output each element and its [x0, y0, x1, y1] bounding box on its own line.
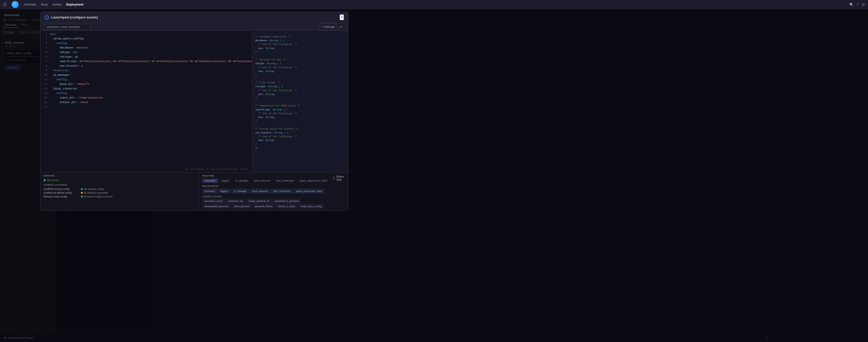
- resource-tag-execution[interactable]: execution: [203, 189, 217, 193]
- hamburger-icon[interactable]: ☰: [3, 2, 6, 7]
- runtime-tab-pipes_subprocess_client[interactable]: pipes_subprocess_client: [297, 178, 330, 183]
- cpid-accession_ids[interactable]: accession_ids: [226, 199, 246, 203]
- edit-tags-button[interactable]: ✏ Edit tags: [320, 23, 337, 31]
- status-ok-icon: [81, 188, 83, 190]
- schema-content: /* Database identifier */ database: Stri…: [255, 35, 345, 150]
- top-nav: ☰ Overview Runs Assets Deployment 🔍 ? ⚙: [0, 0, 868, 9]
- config-row-2: Scaffold all default config All defaults…: [44, 192, 196, 194]
- cpid-downloaded_genomes[interactable]: downloaded_genomes: [203, 204, 231, 208]
- asset-tab-input[interactable]: [45, 24, 90, 30]
- config-row-1: Scaffold missing config No missing confi…: [44, 188, 196, 191]
- code-editor[interactable]: 1 ops: 2 setup_query_config: 3 config: 4: [41, 31, 252, 172]
- assets-cpid-tags: accession_count accession_ids create_gen…: [203, 199, 330, 208]
- config-row-3-status: No extra config to remove: [81, 195, 113, 198]
- code-line-11: 11 config:: [41, 77, 252, 82]
- cpid-create_genbank_df[interactable]: create_genbank_df: [246, 199, 271, 203]
- code-line-15: 15 input_dir: /temp/sequences: [41, 95, 252, 100]
- cpid-download_to_genbank[interactable]: download_to_genbank: [273, 199, 301, 203]
- errors-left: ERRORS No errors CONFIG ACTIONS: Scaffol…: [41, 172, 199, 210]
- config-row-1-label: Scaffold missing config: [44, 188, 79, 191]
- resource-tag-io_manager[interactable]: io_manager: [231, 189, 249, 193]
- config-row-3: Remove extra config No extra config to r…: [44, 195, 196, 198]
- modal-tab-bar: ✏ Edit tags ⤢: [41, 23, 348, 31]
- config-row-3-label: Remove extra config: [44, 195, 79, 198]
- code-line-5: 5 idtype: acc: [41, 50, 252, 55]
- code-line-2: 2 setup_query_config:: [41, 36, 252, 41]
- help-icon[interactable]: ?: [857, 2, 859, 6]
- expand-button[interactable]: ⤢: [338, 23, 344, 31]
- edit-tags-label: Edit tags: [325, 26, 335, 28]
- code-line-14: 14 config:: [41, 91, 252, 95]
- resource-tags: execution loggers io_manager local_resou…: [203, 189, 330, 193]
- code-line-3: 3 config:: [41, 41, 252, 46]
- search-icon[interactable]: 🔍: [849, 2, 854, 6]
- no-errors: No errors: [44, 178, 196, 181]
- runtime-tab-loggers[interactable]: loggers: [219, 178, 232, 183]
- nav-right: 🔍 ? ⚙: [849, 2, 865, 6]
- modal-overlay: Launchpad (configure assets) ✕ ✏ Edit ta…: [0, 9, 868, 342]
- resource-tag-ncbi_connection[interactable]: ncbi_connection: [271, 189, 293, 193]
- cpid-setup_query_config[interactable]: setup_query_config: [298, 204, 324, 208]
- code-line-10: 10 io_manager:: [41, 73, 252, 77]
- nav-assets[interactable]: Assets: [53, 3, 62, 6]
- launchpad-modal: Launchpad (configure assets) ✕ ✏ Edit ta…: [40, 11, 348, 211]
- errors-only-label: Errors only: [336, 175, 345, 181]
- bottom-panel: ERRORS No errors CONFIG ACTIONS: Scaffol…: [41, 172, 348, 210]
- schema-panel: /* Database identifier */ database: Stri…: [252, 31, 348, 172]
- resources-label: RESOURCES: [203, 185, 330, 188]
- assets-cpid-label: ASSETS (CPID): [203, 195, 330, 198]
- modal-title: Launchpad (configure assets): [51, 16, 98, 19]
- config-row-1-status: No missing config: [81, 188, 104, 191]
- code-line-4: 4 database: nuccore: [41, 46, 252, 50]
- runtime-tab-execution[interactable]: execution: [203, 178, 218, 183]
- modal-icon: [45, 16, 49, 20]
- resource-tag-local_resource[interactable]: local_resource: [250, 189, 270, 193]
- nav-items: Overview Runs Assets Deployment: [24, 3, 84, 6]
- cpid-accession_count[interactable]: accession_count: [203, 199, 225, 203]
- runtime-tabs: execution loggers io_manager local_resou…: [203, 178, 330, 183]
- config-actions: CONFIG ACTIONS: Scaffold missing config …: [44, 183, 196, 198]
- config-actions-label: CONFIG ACTIONS:: [44, 183, 196, 186]
- runtime-section: RUNTIME execution loggers io_manager loc…: [199, 172, 348, 210]
- runtime-tab-io_manager[interactable]: io_manager: [232, 178, 251, 183]
- pencil-icon: ✏: [322, 26, 324, 28]
- code-line-9: 9 resources:: [41, 68, 252, 73]
- errors-section: ERRORS No errors CONFIG ACTIONS: Scaffol…: [41, 172, 348, 210]
- nav-deployment[interactable]: Deployment: [66, 3, 84, 6]
- app-logo: [11, 1, 19, 8]
- code-line-1: 1 ops:: [41, 32, 252, 36]
- main-layout: download ⚡ Job in synphage × View 9 asse…: [0, 9, 868, 342]
- config-row-2-label: Scaffold all default config: [44, 192, 79, 194]
- code-line-13: 13 local_resource:: [41, 86, 252, 91]
- code-line-12: 12 base_dir: /data/fs: [41, 82, 252, 86]
- code-line-8: 8 use_history: y: [41, 64, 252, 68]
- nav-overview[interactable]: Overview: [24, 3, 36, 6]
- cpid-genbank_history[interactable]: genbank_history: [253, 204, 275, 208]
- no-errors-text: No errors: [47, 178, 59, 181]
- runtime-tab-ncbi_connection[interactable]: ncbi_connection: [273, 178, 297, 183]
- config-row-2-status: All defaults expanded: [81, 192, 108, 194]
- resource-tag-loggers[interactable]: loggers: [218, 189, 230, 193]
- code-line-6: 6 rettype: gb: [41, 55, 252, 59]
- runtime-tab-local_resource[interactable]: local_resource: [251, 178, 273, 183]
- code-line-17: 17: [41, 105, 252, 109]
- nav-runs[interactable]: Runs: [41, 3, 48, 6]
- resource-tag-pipes_subprocess_client[interactable]: pipes_subprocess_client: [294, 189, 324, 193]
- cpid-reload_ui_asset[interactable]: reload_ui_asset: [276, 204, 297, 208]
- runtime-label: RUNTIME: [203, 174, 330, 177]
- code-line-16: 16 output_dir: /data: [41, 100, 252, 105]
- modal-close-button[interactable]: ✕: [340, 15, 344, 20]
- modal-header: Launchpad (configure assets) ✕: [41, 12, 348, 23]
- errors-only-checkbox[interactable]: [333, 176, 335, 179]
- cpid-fetch_genome[interactable]: fetch_genome: [232, 204, 252, 208]
- autocomplete-hint: Use Ctrl+Space to show auto-completions …: [185, 168, 249, 171]
- status-ok-icon-3: [81, 196, 83, 198]
- modal-body: 1 ops: 2 setup_query_config: 3 config: 4: [41, 31, 348, 172]
- no-errors-dot: [44, 179, 46, 181]
- errors-label: ERRORS: [44, 174, 196, 177]
- settings-icon[interactable]: ⚙: [862, 2, 865, 6]
- status-warn-icon: [81, 192, 83, 194]
- code-line-7: 7 search_key: KP793101[Accession] OR KP7…: [41, 59, 252, 64]
